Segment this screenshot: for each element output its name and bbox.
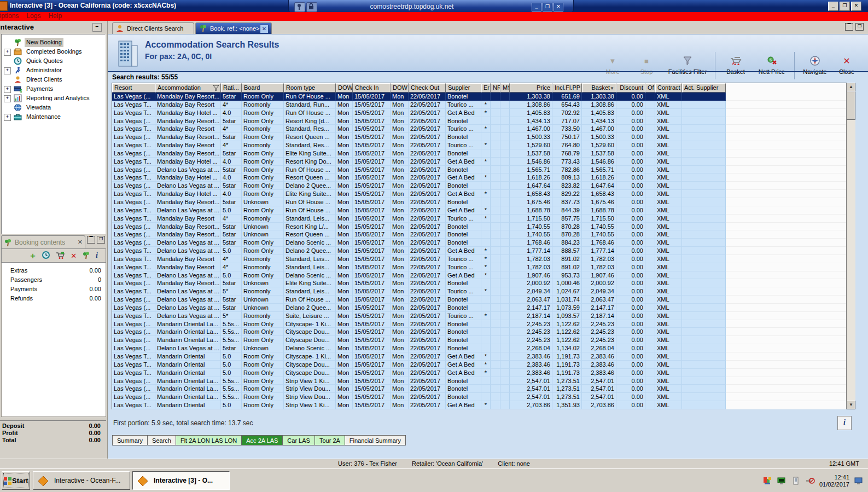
basket-button[interactable]: Basket [719, 50, 753, 82]
tab-book-ref[interactable]: Book. ref.: <none> ✕ [195, 22, 272, 34]
menu-item-logs[interactable]: Logs [26, 12, 40, 20]
sidebar-collapse-button[interactable]: − [92, 23, 102, 32]
window-minimize-button[interactable]: _ [828, 2, 838, 11]
scroll-up-icon[interactable]: ▲ [847, 83, 855, 91]
table-row[interactable]: Las Vegas T...Mandalay Bay Resort4*Roomo… [112, 215, 846, 223]
delete-icon[interactable]: ✕ [71, 252, 77, 260]
expander-plus-icon[interactable]: + [4, 86, 11, 93]
table-row[interactable]: Las Vegas (...Mandarin Oriental La...5.5… [112, 385, 846, 393]
table-row[interactable]: Las Vegas T...Delano Las Vegas at ...5.0… [112, 271, 846, 280]
sidebar-item-administrator[interactable]: +Administrator [2, 66, 105, 75]
table-row[interactable]: Las Vegas T...Mandalay Bay Hotel ...4.0R… [112, 190, 846, 198]
scrollbar-thumb[interactable] [847, 91, 855, 120]
expander-plus-icon[interactable]: + [4, 95, 11, 102]
table-row[interactable]: Las Vegas (...Mandalay Bay Resort...5sta… [112, 117, 846, 125]
rdp-close-button[interactable]: ✕ [554, 3, 563, 11]
sidebar-item-direct-clients[interactable]: Direct Clients [2, 75, 105, 84]
table-row[interactable]: Las Vegas T...Mandalay Bay Resort4*Roomo… [112, 263, 846, 271]
column-header-nr[interactable]: NR [491, 83, 500, 92]
booking-tab-acc-2a-las[interactable]: Acc 2A LAS [242, 435, 283, 445]
sidebar-item-new-booking[interactable]: New Booking [2, 38, 105, 47]
facilities-filter-button[interactable]: Facilities Filter [663, 50, 712, 82]
booking-contents-row[interactable]: Refunds0.00 [2, 294, 106, 303]
expander-plus-icon[interactable]: + [4, 114, 11, 121]
table-row[interactable]: Las Vegas T...Mandarin Oriental5.0Room O… [112, 352, 846, 361]
table-row[interactable]: Las Vegas (...Mandalay Bay Resort...5sta… [112, 223, 846, 231]
table-row[interactable]: Las Vegas (...Mandarin Oriental La...5.5… [112, 336, 846, 344]
table-row[interactable]: Las Vegas T...Delano Las Vegas at ...5*R… [112, 287, 846, 296]
table-row[interactable]: Las Vegas (...Mandarin Oriental La...5.5… [112, 377, 846, 385]
close-button[interactable]: ✕ Close [832, 50, 861, 82]
tray-app-icon[interactable] [762, 476, 772, 486]
table-row[interactable]: Las Vegas (...Delano Las Vegas at ...5st… [112, 239, 846, 247]
menu-item-options[interactable]: Options [0, 12, 19, 20]
tray-device-icon[interactable] [791, 476, 801, 486]
expander-plus-icon[interactable]: + [4, 67, 11, 74]
column-header-er[interactable]: Er [481, 83, 491, 92]
window-close-button[interactable]: ✕ [851, 2, 861, 11]
booking-contents-maximize-button[interactable]: ❒ [97, 236, 105, 244]
booking-contents-tab[interactable]: Booking contents ✕ [1, 235, 85, 249]
table-row[interactable]: Las Vegas T...Delano Las Vegas at ...5.0… [112, 206, 846, 215]
column-header-discount[interactable]: Discount [616, 83, 645, 92]
rdp-restore-button[interactable]: ❐ [543, 3, 552, 11]
taskbar-item-active[interactable]: Interactive [3] - O... [132, 471, 230, 490]
column-header-price[interactable]: Price [510, 83, 552, 92]
column-filter-icon[interactable] [213, 85, 219, 91]
column-header-rating[interactable]: Rati... [221, 83, 242, 92]
booking-contents-row[interactable]: Extras0.00 [2, 266, 106, 275]
add-icon[interactable]: ＋ [28, 251, 37, 261]
column-header-of[interactable]: Of [645, 83, 655, 92]
column-header-resort[interactable]: Resort [112, 83, 155, 92]
booking-contents-minimize-button[interactable]: ▔ [87, 236, 95, 244]
rdp-minimize-button[interactable]: _ [532, 3, 541, 11]
window-restore-button[interactable]: ❐ [840, 2, 850, 11]
table-row[interactable]: Las Vegas (...Mandalay Bay Resort...5sta… [112, 149, 846, 158]
table-row[interactable]: Las Vegas (...Delano Las Vegas at ...5st… [112, 296, 846, 304]
navigate-button[interactable]: Navigate [798, 50, 832, 82]
sidebar-item-quick-quotes[interactable]: Quick Quotes [2, 56, 105, 66]
table-row[interactable]: Las Vegas (...Mandarin Oriental La...5.5… [112, 393, 846, 401]
column-header-supplier[interactable]: Supplier [446, 83, 481, 92]
nett-price-button[interactable]: $ Nett Price [753, 50, 791, 82]
table-row[interactable]: Las Vegas T...Mandalay Bay Hotel ...4.0R… [112, 173, 846, 182]
panel-maximize-button[interactable]: ❒ [855, 23, 864, 31]
booking-tab-tour-2a[interactable]: Tour 2A [315, 435, 345, 445]
column-header-check-in[interactable]: Check In [353, 83, 391, 92]
tray-volume-muted-icon[interactable] [805, 476, 815, 486]
column-header-accommodation[interactable]: Accommodation [155, 83, 221, 92]
booking-contents-row[interactable]: Payments0.00 [2, 285, 106, 294]
column-header-act-supplier[interactable]: Act. Supplier [682, 83, 726, 92]
booking-tab-summary[interactable]: Summary [112, 435, 148, 445]
table-row[interactable]: Las Vegas (...Delano Las Vegas at ...5st… [112, 182, 846, 190]
info-icon[interactable]: i [96, 251, 98, 260]
table-row[interactable]: Las Vegas T...Mandalay Bay Resort4*Roomo… [112, 101, 846, 109]
booking-contents-close-icon[interactable]: ✕ [78, 239, 83, 246]
table-row[interactable]: Las Vegas (...Mandalay Bay Resort...5sta… [112, 198, 846, 206]
tray-network-monitor-icon[interactable] [777, 476, 787, 486]
column-header-contract[interactable]: Contract [655, 83, 682, 92]
more-button[interactable]: ▼ More [596, 50, 630, 82]
panel-minimize-button[interactable]: ▔ [845, 23, 853, 31]
expander-plus-icon[interactable]: + [4, 49, 11, 56]
column-header-ms[interactable]: MS [500, 83, 510, 92]
table-row[interactable]: Las Vegas (...Mandalay Bay Resort...5sta… [112, 92, 846, 101]
table-row[interactable]: Las Vegas T...Mandalay Bay Hotel ...4.0R… [112, 109, 846, 117]
table-row[interactable]: Las Vegas (...Mandalay Bay Resort...5sta… [112, 279, 846, 287]
table-row[interactable]: Las Vegas (...Delano Las Vegas at ...5st… [112, 166, 846, 174]
column-header-room-type[interactable]: Room type [284, 83, 336, 92]
info-button[interactable]: i [837, 416, 852, 430]
table-row[interactable]: Las Vegas T...Mandarin Oriental5.0Room O… [112, 369, 846, 377]
table-row[interactable]: Las Vegas T...Delano Las Vegas at ...5.0… [112, 247, 846, 255]
table-row[interactable]: Las Vegas (...Mandalay Bay Resort...5sta… [112, 133, 846, 141]
table-row[interactable]: Las Vegas (...Mandarin Oriental La...5.5… [112, 328, 846, 336]
booking-tab-flt-2a-lon-las-lon[interactable]: Flt 2A LON LAS LON [176, 435, 242, 445]
booking-tab-car-las[interactable]: Car LAS [283, 435, 315, 445]
column-header-basket[interactable]: Basket▼ [582, 83, 616, 92]
booking-tab-financial-summary[interactable]: Financial Summary [345, 435, 406, 445]
table-row[interactable]: Las Vegas T...Mandalay Bay Resort4*Roomo… [112, 141, 846, 149]
column-header-dow-out[interactable]: DOW [391, 83, 409, 92]
sidebar-item-completed-bookings[interactable]: +Completed Bookings [2, 47, 105, 56]
tab-direct-clients-search[interactable]: Direct Clients Search [112, 22, 194, 34]
stop-button[interactable]: ■ Stop [630, 50, 663, 82]
